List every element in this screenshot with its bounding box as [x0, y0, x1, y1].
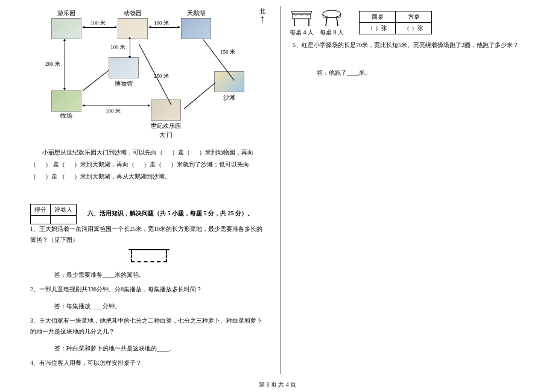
- spot-swan-lake: 天鹅湖: [181, 9, 211, 39]
- arrow-gate-beach: [184, 82, 216, 109]
- beach-label: 沙滩: [214, 93, 244, 102]
- question-1-answer: 答：最少需要准备____米的篱笆。: [54, 271, 271, 279]
- spot-museum: 博物馆: [109, 57, 139, 89]
- map-question-paragraph: 小丽想从世纪欢乐园大门到沙滩，可以先向（ ）走（ ）米到动物园，再向（ ） 走（…: [27, 147, 271, 183]
- distance-label-6: 250 米: [154, 72, 169, 80]
- round-count-cell[interactable]: （ ）张: [360, 23, 396, 34]
- question-2-answer: 答：每集播放____分钟。: [54, 302, 271, 311]
- square-table-block: 每桌 4 人: [290, 9, 314, 37]
- gate-label: 世纪欢乐园: [151, 122, 181, 130]
- table-arrangement-row: 每桌 4 人 每桌 8 人 圆桌 方桌: [290, 9, 522, 37]
- grader-header: 评卷人: [51, 204, 77, 216]
- fence-icon: [131, 250, 167, 262]
- distance-label-5: 100 米: [106, 107, 121, 115]
- question-3-answer: 答：种白菜和萝卜的地一共是这块地的____。: [54, 344, 271, 353]
- spot-beach: 沙滩: [214, 71, 244, 103]
- right-column: 每桌 4 人 每桌 8 人 圆桌 方桌: [281, 6, 522, 374]
- distance-label-4: 100 米: [110, 43, 125, 51]
- north-arrow-icon: ↑: [259, 16, 265, 22]
- compass-north: 北 ↑: [259, 7, 265, 22]
- arrow-amusement-zoo: [84, 27, 115, 28]
- zoo-label: 动物园: [118, 9, 148, 17]
- swan-lake-image: [181, 18, 211, 39]
- amusement-park-label: 游乐园: [51, 9, 81, 17]
- farm-image: [51, 90, 81, 112]
- grader-cell[interactable]: [51, 216, 77, 224]
- svg-line-5: [337, 17, 338, 26]
- gate-label-2: 大 门: [151, 131, 181, 139]
- question-5-answer: 答：他跑了____米。: [317, 69, 522, 77]
- para-pre: 小丽想从世纪欢乐园大门到沙滩，可以先向（: [42, 149, 163, 156]
- fence-diagram: [27, 250, 271, 264]
- map-diagram: 北 ↑ 游乐园 动物园 天鹅湖 100 米 100 米 牧场: [33, 6, 262, 142]
- farm-label: 牧场: [51, 112, 81, 120]
- distance-label-7: 150 米: [220, 48, 235, 56]
- arrow-zoo-lake: [151, 27, 178, 28]
- gate-image: [151, 100, 181, 121]
- zoo-image: [118, 18, 148, 39]
- svg-point-3: [323, 10, 341, 17]
- distance-label-3: 200 米: [45, 60, 60, 68]
- amusement-park-image: [51, 18, 81, 39]
- left-column: 北 ↑ 游乐园 动物园 天鹅湖 100 米 100 米 牧场: [27, 6, 281, 374]
- header-square: 方桌: [396, 11, 432, 23]
- page-footer: 第 3 页 共 4 页: [0, 381, 555, 389]
- question-2-text: 2、一部儿童电视剧共336分钟。分8集播放，每集播放多长时间？: [27, 284, 271, 295]
- museum-image: [109, 57, 139, 78]
- round-table-block: 每桌 8 人: [320, 9, 344, 37]
- distance-label-1: 100 米: [90, 19, 106, 27]
- arrow-farm-gate: [84, 106, 148, 106]
- round-table-label: 每桌 8 人: [320, 28, 344, 37]
- question-5-text: 5、红星小学操场的长是70米，宽比长短5米。亮亮绕着操场跑了2圈，他跑了多少米？: [290, 40, 522, 51]
- question-1-text: 1、王大妈沿着一条河用篱笆围一个长25米，宽10米的长方形菜地，最少需要准备多长…: [27, 224, 271, 245]
- score-cell[interactable]: [31, 216, 51, 224]
- square-table-icon: [290, 9, 314, 27]
- spot-zoo: 动物园: [118, 9, 148, 39]
- museum-label: 博物馆: [109, 80, 139, 88]
- swan-lake-label: 天鹅湖: [181, 9, 211, 17]
- square-table-label: 每桌 4 人: [290, 28, 314, 37]
- distance-label-2: 100 米: [154, 19, 169, 27]
- spot-amusement-park: 游乐园: [51, 9, 81, 39]
- spot-farm: 牧场: [51, 90, 81, 121]
- section-6-title: 六、活用知识，解决问题（共 5 小题，每题 5 分，共 25 分）。: [87, 209, 271, 218]
- arrangement-table: 圆桌 方桌 （ ）张 （ ）张: [359, 11, 432, 34]
- score-header: 得分: [31, 204, 51, 216]
- score-table: 得分 评卷人: [30, 204, 77, 224]
- question-3-text: 3、王大伯家有一块菜地，他把其中的七分之二种白菜，七分之三种萝卜。种白菜和萝卜的…: [27, 315, 271, 337]
- arrow-farm-museum: [83, 70, 109, 91]
- question-4-text: 4、有76位客人用餐，可以怎样安排桌子？: [27, 358, 271, 368]
- arrow-zoo-museum: [130, 39, 130, 56]
- svg-line-4: [326, 17, 327, 26]
- spot-gate: 世纪欢乐园 大 门: [151, 100, 181, 140]
- square-count-cell[interactable]: （ ）张: [396, 23, 432, 34]
- header-round: 圆桌: [360, 11, 396, 23]
- round-table-icon: [320, 9, 344, 27]
- arrow-amusement-farm: [65, 41, 65, 88]
